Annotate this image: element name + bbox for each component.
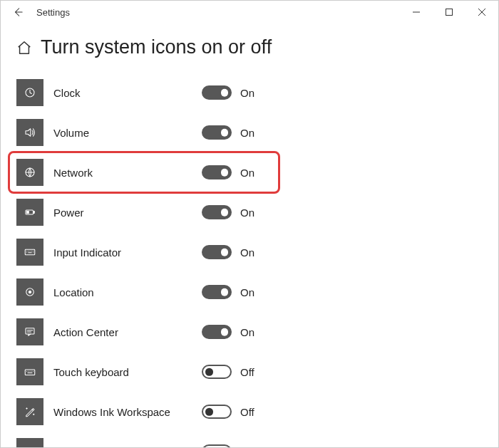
toggle-track (202, 125, 232, 140)
row-location: LocationOn (1, 272, 498, 312)
page-title: Turn system icons on or off (41, 36, 272, 58)
svg-point-12 (34, 414, 35, 415)
ink-icon (16, 398, 43, 425)
toggle-thumb (221, 288, 229, 296)
row-volume: VolumeOn (1, 113, 498, 152)
row-touchkeyboard: Touch keyboardOff (1, 352, 498, 392)
location-icon (16, 278, 43, 306)
app-title: Settings (36, 7, 70, 18)
row-actioncenter: Action CenterOn (1, 312, 498, 352)
toggle-state-label: On (240, 87, 254, 99)
toggle-thumb (221, 209, 229, 217)
toggle-track (202, 85, 232, 100)
maximize-button[interactable] (433, 1, 465, 24)
toggle-track (202, 325, 232, 339)
row-label: Location (53, 286, 202, 298)
svg-rect-5 (27, 212, 29, 214)
row-network: NetworkOn (1, 152, 498, 192)
svg-rect-4 (34, 212, 35, 214)
page-header: Turn system icons on or off (1, 24, 498, 66)
svg-rect-6 (25, 249, 35, 255)
settings-list: ClockOnVolumeOnNetworkOnPowerOnInput Ind… (1, 66, 498, 448)
network-icon (16, 159, 43, 186)
close-button[interactable] (465, 1, 498, 24)
input-icon (16, 239, 43, 266)
row-clock: ClockOn (1, 73, 498, 113)
row-label: Network (53, 167, 202, 179)
row-label: Clock (53, 87, 202, 99)
toggle-actioncenter[interactable]: On (202, 325, 254, 339)
toggle-thumb (221, 89, 229, 97)
row-label: Input Indicator (53, 246, 202, 259)
toggle-thumb (205, 368, 213, 376)
svg-rect-10 (25, 370, 35, 375)
minimize-button[interactable] (400, 1, 433, 24)
window-controls (400, 1, 498, 24)
power-icon (16, 199, 43, 226)
row-touchpad: TouchpadOff (1, 432, 498, 448)
toggle-track (202, 405, 232, 419)
row-label: Touchpad (53, 446, 202, 449)
toggle-volume[interactable]: On (202, 125, 254, 140)
row-label: Power (53, 207, 202, 219)
toggle-track (202, 245, 232, 259)
toggle-ink[interactable]: Off (202, 405, 254, 419)
toggle-location[interactable]: On (202, 285, 254, 299)
close-icon (478, 9, 485, 16)
touchkeyboard-icon (16, 358, 43, 385)
toggle-power[interactable]: On (202, 205, 254, 219)
toggle-clock[interactable]: On (202, 85, 254, 100)
maximize-icon (446, 9, 453, 16)
row-ink: Windows Ink WorkspaceOff (1, 392, 498, 432)
toggle-track (202, 444, 232, 448)
back-button[interactable] (6, 1, 29, 24)
clock-icon (16, 79, 43, 106)
toggle-state-label: On (240, 286, 254, 298)
toggle-thumb (221, 129, 229, 137)
volume-icon (16, 119, 43, 146)
actioncenter-icon (16, 318, 43, 345)
row-label: Volume (53, 127, 202, 139)
arrow-left-icon (13, 7, 23, 17)
toggle-thumb (221, 169, 229, 177)
touchpad-icon (16, 438, 43, 448)
toggle-track (202, 285, 232, 299)
svg-rect-0 (446, 9, 453, 16)
toggle-touchpad[interactable]: Off (202, 444, 254, 448)
toggle-network[interactable]: On (202, 165, 254, 179)
toggle-thumb (221, 328, 229, 336)
row-label: Touch keyboard (53, 366, 202, 378)
toggle-input[interactable]: On (202, 245, 254, 259)
row-label: Windows Ink Workspace (53, 406, 202, 418)
toggle-state-label: On (240, 246, 254, 259)
minimize-icon (413, 9, 420, 16)
svg-point-11 (26, 408, 28, 410)
row-label: Action Center (53, 326, 202, 338)
toggle-state-label: On (240, 326, 254, 338)
svg-rect-9 (26, 328, 34, 334)
svg-point-8 (29, 291, 31, 293)
toggle-thumb (221, 249, 229, 256)
toggle-state-label: Off (240, 366, 254, 378)
titlebar: Settings (1, 1, 498, 24)
row-input: Input IndicatorOn (1, 232, 498, 272)
toggle-state-label: On (240, 207, 254, 219)
toggle-state-label: On (240, 167, 254, 179)
toggle-state-label: Off (240, 446, 254, 449)
toggle-track (202, 165, 232, 179)
home-icon[interactable] (16, 40, 32, 56)
toggle-touchkeyboard[interactable]: Off (202, 365, 254, 379)
toggle-state-label: On (240, 127, 254, 139)
toggle-track (202, 205, 232, 219)
row-power: PowerOn (1, 192, 498, 232)
toggle-track (202, 365, 232, 379)
toggle-state-label: Off (240, 406, 254, 418)
toggle-thumb (205, 408, 213, 416)
